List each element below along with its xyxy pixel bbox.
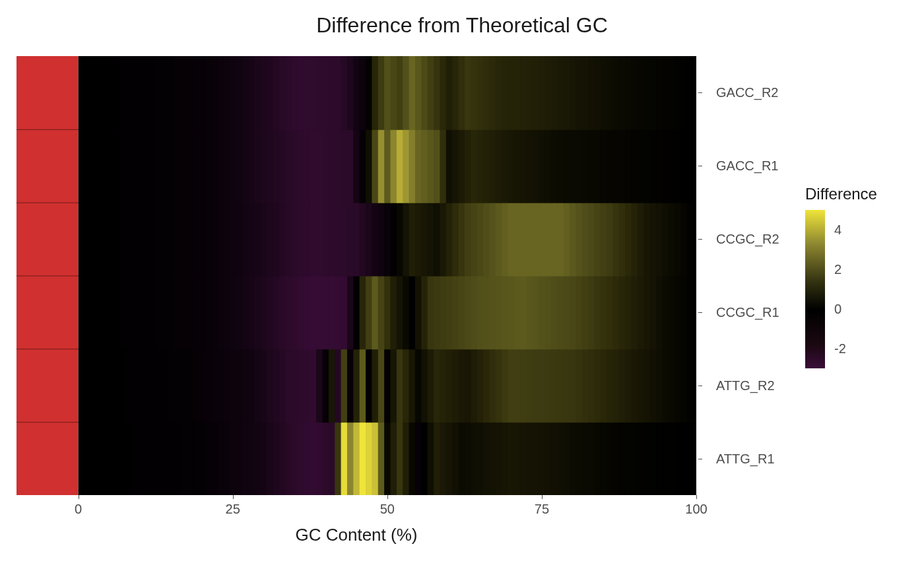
x-tick-mark	[233, 495, 234, 499]
y-tick-label: ATTG_R2	[716, 378, 775, 393]
legend-colorbar: -2024	[805, 210, 825, 368]
chart-title: Difference from Theoretical GC	[0, 13, 924, 38]
x-tick-label: 25	[226, 502, 240, 517]
x-axis-ticks: 0255075100	[16, 502, 696, 521]
legend-tick-label: 0	[834, 302, 842, 317]
x-tick-label: 100	[685, 502, 707, 517]
y-tick-mark	[698, 386, 702, 386]
legend-title: Difference	[805, 185, 911, 203]
legend-tick	[825, 230, 829, 230]
legend-tick	[825, 269, 829, 270]
x-tick-mark	[542, 495, 543, 499]
y-tick-label: ATTG_R1	[716, 451, 775, 466]
heatmap-canvas	[16, 56, 696, 495]
y-tick-mark	[698, 312, 702, 313]
legend-tick	[825, 309, 829, 310]
legend-tick-label: -2	[834, 341, 846, 356]
y-tick-mark	[698, 239, 702, 240]
x-axis-label: GC Content (%)	[16, 525, 696, 545]
y-tick-label: CCGC_R1	[716, 304, 779, 319]
y-tick-mark	[698, 92, 702, 93]
legend-tick	[825, 349, 829, 349]
y-tick-mark	[698, 459, 702, 459]
x-tick-mark	[79, 495, 79, 499]
x-tick-label: 50	[380, 502, 395, 517]
x-tick-label: 0	[75, 502, 82, 517]
legend-tick-label: 2	[834, 262, 842, 277]
y-tick-label: GACC_R2	[716, 85, 778, 100]
y-tick-mark	[698, 166, 702, 166]
x-tick-label: 75	[535, 502, 549, 517]
x-tick-mark	[696, 495, 697, 499]
y-tick-label: CCGC_R2	[716, 232, 779, 247]
legend-tick-label: 4	[834, 222, 842, 238]
x-tick-mark	[387, 495, 388, 499]
heatmap-plot-area	[16, 56, 696, 495]
color-legend: Difference -2024	[805, 185, 911, 368]
y-tick-label: GACC_R1	[716, 158, 778, 174]
